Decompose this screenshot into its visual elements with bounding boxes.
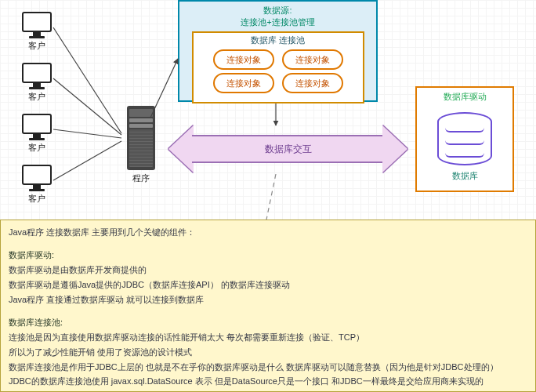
monitor-icon (22, 12, 52, 32)
client-label: 客户 (20, 193, 54, 205)
explanation-note: Java程序 连接数据库 主要用到几个关键的组件： 数据库驱动: 数据库驱动是由… (0, 220, 536, 392)
note-pool-heading: 数据库连接池: (9, 317, 527, 329)
note-line: 数据库驱动是遵循Java提供的JDBC（数据库连接API） 的数据库连接驱动 (9, 279, 527, 292)
connection-object: 连接对象 (213, 49, 274, 70)
database-icon (437, 112, 492, 165)
database-driver-box: 数据库驱动 数据库 (415, 86, 514, 192)
db-interaction-arrow: 数据库交互 (168, 125, 407, 172)
note-driver-heading: 数据库驱动: (9, 249, 527, 262)
server: 程序 (121, 106, 161, 184)
note-line: 数据库驱动是由数据库开发商提供的 (9, 264, 527, 277)
datasource-title-line1: 数据源: (263, 5, 292, 15)
client-label: 客户 (20, 142, 54, 154)
svg-line-2 (53, 129, 121, 138)
monitor-icon (22, 114, 52, 134)
note-line: Java程序 直接通过数据库驱动 就可以连接到数据库 (9, 294, 527, 307)
connection-object: 连接对象 (282, 49, 343, 70)
server-label: 程序 (121, 172, 161, 184)
client-label: 客户 (20, 91, 54, 103)
db-interaction-label: 数据库交互 (265, 143, 312, 156)
note-intro: Java程序 连接数据库 主要用到几个关键的组件： (9, 227, 527, 239)
svg-line-0 (53, 27, 121, 133)
client-1: 客户 (20, 12, 54, 52)
diagram-stage: 客户 客户 客户 客户 程序 数据源: 连接池+连接池管理 数据库 连接池 (0, 0, 536, 392)
monitor-icon (22, 63, 52, 83)
note-line: 数据库连接池是作用于JDBC上层的 也就是不在乎你的数据库驱动是什么 数据库驱动… (9, 361, 527, 374)
datasource-title-line2: 连接池+连接池管理 (241, 17, 314, 27)
server-icon (127, 106, 155, 170)
note-line: 所以为了减少性能开销 使用了资源池的设计模式 (9, 347, 527, 359)
note-line: JDBC的数据库连接池使用 javax.sql.DataSource 表示 但是… (9, 376, 527, 388)
connection-object: 连接对象 (213, 73, 274, 93)
client-label: 客户 (20, 40, 54, 52)
svg-line-6 (266, 174, 276, 220)
svg-line-3 (53, 141, 121, 180)
client-2: 客户 (20, 63, 54, 103)
pool-title: 数据库 连接池 (198, 34, 358, 46)
monitor-icon (22, 165, 52, 185)
connection-pool-box: 数据库 连接池 连接对象 连接对象 连接对象 连接对象 (192, 31, 364, 103)
driver-title: 数据库驱动 (420, 91, 509, 103)
client-4: 客户 (20, 165, 54, 205)
datasource-box: 数据源: 连接池+连接池管理 数据库 连接池 连接对象 连接对象 连接对象 连接… (178, 0, 378, 102)
datasource-title: 数据源: 连接池+连接池管理 (186, 5, 370, 28)
database-label: 数据库 (420, 170, 509, 182)
client-3: 客户 (20, 114, 54, 154)
svg-line-1 (53, 78, 121, 135)
connection-object: 连接对象 (282, 73, 343, 93)
note-line: 连接池是因为直接使用数据库驱动连接的话性能开销太大 每次都需要重新连接（验证、T… (9, 332, 527, 344)
